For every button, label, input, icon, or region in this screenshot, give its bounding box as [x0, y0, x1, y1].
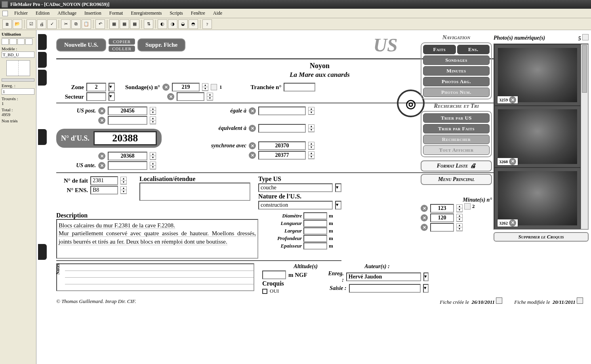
uspost-spinner2[interactable]: ▲▼ — [150, 116, 156, 124]
minutes-copy-icon[interactable] — [464, 203, 471, 210]
zone-dropdown[interactable]: ▾ — [109, 83, 115, 91]
minute3-clear-icon[interactable]: ✕ — [421, 224, 428, 231]
menu-affichage[interactable]: Affichage — [53, 10, 80, 17]
fait-field[interactable] — [90, 176, 118, 185]
menu-format[interactable]: Format — [105, 10, 127, 17]
tb-rec1-icon[interactable]: ▦ — [109, 19, 119, 29]
prof-field[interactable] — [303, 235, 327, 242]
auteur-saisie-dropdown[interactable]: ▾ — [423, 284, 429, 293]
equiv-field[interactable] — [258, 124, 306, 133]
layout-tab-5[interactable] — [38, 244, 47, 260]
secteur-dropdown[interactable]: ▾ — [109, 92, 115, 101]
uspost-clear-icon[interactable]: ✕ — [98, 107, 105, 114]
egale-field[interactable] — [258, 107, 306, 115]
ens-field[interactable] — [90, 186, 118, 194]
sync-spinner1[interactable]: ▲▼ — [308, 142, 315, 150]
minute3-spinner[interactable]: ▲▼ — [456, 223, 463, 231]
photo-scrollbar[interactable] — [581, 44, 588, 229]
sondage-spinner2[interactable]: ▲▼ — [207, 93, 213, 101]
nav-tri-us-button[interactable]: Trier par US — [423, 113, 490, 123]
photo-thumb-1[interactable]: 3259✕ — [494, 44, 581, 106]
nav-tout-afficher-button[interactable]: Tout Afficher — [423, 145, 490, 155]
layout-tab-1[interactable] — [38, 34, 47, 50]
uspost-field2[interactable] — [108, 116, 147, 125]
sync-clear2-icon[interactable]: ✕ — [249, 152, 256, 159]
photo3-clear-icon[interactable]: ✕ — [509, 219, 516, 227]
format-liste-button[interactable]: Format Liste 🖨 — [421, 160, 492, 172]
tranchee-field[interactable] — [284, 83, 315, 91]
uspost-clear2-icon[interactable]: ✕ — [98, 117, 105, 124]
nouvelle-us-button[interactable]: Nouvelle U.S. — [56, 38, 106, 51]
nav-rechercher-button[interactable]: Rechercher — [423, 135, 490, 144]
egale-clear-icon[interactable]: ✕ — [249, 107, 256, 114]
usante-spinner[interactable]: ▲▼ — [150, 152, 156, 160]
sondage-clear2-icon[interactable]: ✕ — [167, 93, 174, 100]
usante-clear2-icon[interactable]: ✕ — [98, 162, 105, 169]
tb-cut-icon[interactable]: ✂ — [61, 19, 71, 29]
photo-thumb-2[interactable]: 3268✕ — [494, 106, 581, 167]
tb-copy-icon[interactable]: ⧉ — [71, 19, 81, 29]
nav-minutes-button[interactable]: Minutes — [423, 66, 490, 76]
photo1-clear-icon[interactable]: ✕ — [509, 96, 516, 103]
copier-button[interactable]: COPIER — [109, 38, 135, 45]
altitude-field[interactable] — [262, 271, 286, 279]
suppr-croquis-button[interactable]: Supprimer le Croquis — [494, 232, 589, 242]
tb-check-icon[interactable]: ☑ — [27, 19, 36, 29]
tb-find4-icon[interactable]: ◓ — [189, 19, 198, 29]
enreg-field[interactable] — [2, 88, 34, 95]
tb-rec3-icon[interactable]: ▦ — [130, 19, 139, 29]
auteur-enreg-field[interactable] — [346, 273, 421, 281]
usante-field2[interactable] — [108, 161, 147, 170]
menu-enreg[interactable]: Enregistrements — [127, 10, 166, 17]
nav-ens-button[interactable]: Ens. — [457, 45, 490, 54]
menu-scripts[interactable]: Scripts — [166, 10, 187, 17]
tb-open-icon[interactable]: 📂 — [13, 19, 22, 29]
zone-field[interactable] — [86, 83, 106, 91]
photos-copy-icon[interactable] — [582, 34, 589, 40]
epai-field[interactable] — [303, 242, 327, 250]
nav-photos-num-button[interactable]: Photos Num. — [423, 88, 490, 97]
calendar-icon[interactable] — [496, 297, 502, 304]
coller-button[interactable]: COLLER — [109, 46, 135, 52]
record-book-icon[interactable] — [6, 60, 30, 76]
auteur-saisie-field[interactable] — [349, 284, 421, 293]
minute2-spinner[interactable]: ▲▼ — [456, 214, 463, 222]
minute1-field[interactable] — [430, 204, 454, 213]
usante-clear-icon[interactable]: ✕ — [98, 152, 105, 160]
sync-field1[interactable] — [258, 141, 306, 150]
suppr-fiche-button[interactable]: Suppr. Fiche — [137, 38, 185, 51]
sync-spinner2[interactable]: ▲▼ — [308, 151, 315, 159]
nav-faits-button[interactable]: Faits — [423, 45, 456, 54]
notes-field[interactable]: Notes — [56, 263, 254, 291]
tb-rec2-icon[interactable]: ▦ — [120, 19, 129, 29]
sync-clear-icon[interactable]: ✕ — [249, 142, 256, 149]
croquis-checkbox[interactable] — [262, 289, 267, 294]
tb-undo-icon[interactable]: ↶ — [95, 19, 105, 29]
auteur-enreg-dropdown[interactable]: ▾ — [423, 273, 429, 281]
minute1-spinner[interactable]: ▲▼ — [456, 204, 463, 212]
diam-field[interactable] — [303, 212, 327, 219]
uspost-spinner[interactable]: ▲▼ — [150, 107, 156, 115]
tb-paste-icon[interactable]: 📋 — [82, 19, 91, 29]
minute2-field[interactable] — [430, 213, 454, 222]
minute2-clear-icon[interactable]: ✕ — [421, 214, 428, 221]
record-slider[interactable] — [2, 78, 34, 82]
tb-find2-icon[interactable]: ◑ — [168, 19, 177, 29]
sync-field2[interactable] — [258, 151, 306, 160]
layout-tab-2[interactable] — [38, 52, 47, 68]
loc-field[interactable] — [139, 183, 250, 201]
menu-aide[interactable]: Aide — [209, 10, 226, 17]
secteur-field[interactable] — [86, 92, 106, 101]
mode-preview-icon[interactable] — [25, 38, 32, 45]
minute3-field[interactable] — [430, 223, 454, 232]
sondage-field[interactable] — [172, 83, 200, 91]
sondage-clear-icon[interactable]: ✕ — [162, 84, 170, 91]
menu-fenetre[interactable]: Fenêtre — [187, 10, 209, 17]
mode-browse-icon[interactable] — [2, 38, 9, 45]
uspost-field[interactable] — [108, 107, 147, 115]
fait-spinner[interactable]: ▲▼ — [120, 177, 127, 185]
usante-spinner2[interactable]: ▲▼ — [150, 162, 156, 170]
typeus-dropdown[interactable]: ▾ — [335, 183, 341, 192]
sondage-copy-icon[interactable] — [211, 84, 217, 90]
mode-layout-icon[interactable] — [17, 38, 25, 45]
